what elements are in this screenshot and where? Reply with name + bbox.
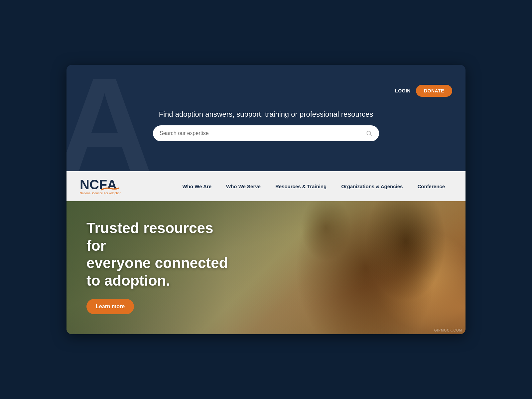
hero-headline: Trusted resources for everyone connected… bbox=[86, 219, 233, 290]
nav-organizations-agencies[interactable]: Organizations & Agencies bbox=[334, 184, 410, 189]
watermark: GIPMOCK.COM bbox=[434, 329, 462, 332]
main-container: A LOGIN DONATE Find adoption answers, su… bbox=[66, 65, 466, 334]
svg-line-1 bbox=[370, 135, 372, 136]
search-input[interactable] bbox=[160, 130, 362, 136]
nav-conference[interactable]: Conference bbox=[410, 184, 452, 189]
donate-button[interactable]: DONATE bbox=[416, 85, 452, 97]
learn-more-button[interactable]: Learn more bbox=[86, 299, 134, 314]
logo-a-wrapper: A bbox=[107, 178, 117, 191]
logo: NCF A National Council For Adoption bbox=[80, 178, 121, 195]
search-icon bbox=[366, 130, 372, 137]
nav-resources-training[interactable]: Resources & Training bbox=[268, 184, 334, 189]
search-bar bbox=[153, 125, 379, 141]
hero-section: A LOGIN DONATE Find adoption answers, su… bbox=[66, 65, 466, 171]
hero-text-block: Trusted resources for everyone connected… bbox=[86, 219, 233, 314]
nav-section: NCF A National Council For Adoption Who … bbox=[66, 171, 466, 201]
nav-who-we-are[interactable]: Who We Are bbox=[175, 184, 219, 189]
hero-tagline: Find adoption answers, support, training… bbox=[159, 110, 373, 119]
nav-links: Who We Are Who We Serve Resources & Trai… bbox=[141, 184, 452, 189]
logo-letters: NCF A bbox=[80, 178, 117, 191]
nav-who-we-serve[interactable]: Who We Serve bbox=[219, 184, 268, 189]
logo-subtitle: National Council For Adoption bbox=[80, 192, 121, 195]
top-bar: LOGIN DONATE bbox=[80, 85, 452, 97]
hero-content: Find adoption answers, support, training… bbox=[80, 110, 452, 141]
login-button[interactable]: LOGIN bbox=[395, 88, 411, 93]
hero-image-section: Trusted resources for everyone connected… bbox=[66, 201, 466, 334]
logo-swoosh bbox=[101, 187, 119, 191]
